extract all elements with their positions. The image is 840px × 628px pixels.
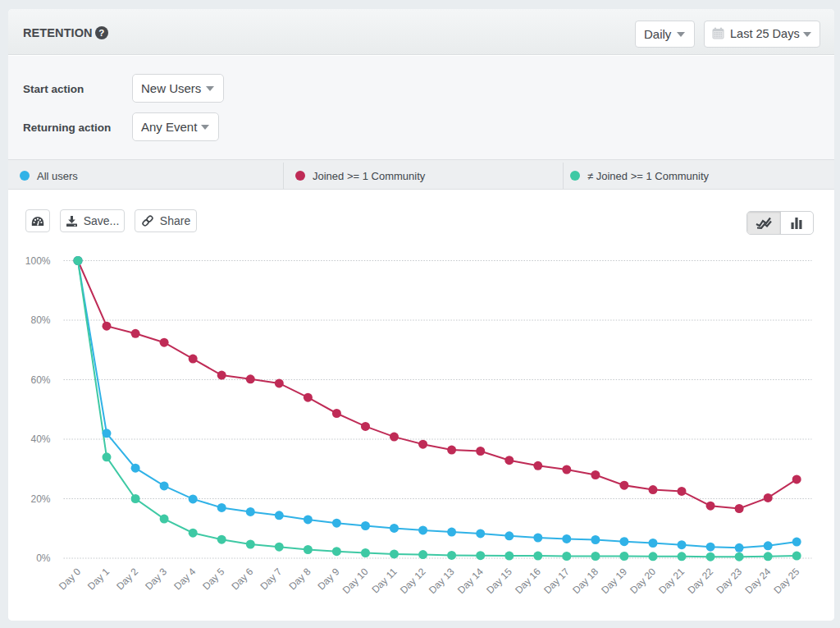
svg-text:Day 25: Day 25: [772, 566, 802, 596]
svg-text:60%: 60%: [30, 374, 50, 386]
svg-text:Day 1: Day 1: [85, 566, 112, 592]
svg-text:Day 7: Day 7: [258, 566, 284, 592]
svg-text:Day 12: Day 12: [398, 566, 428, 596]
svg-text:80%: 80%: [30, 314, 50, 326]
svg-text:Day 2: Day 2: [114, 566, 140, 592]
svg-text:Day 18: Day 18: [570, 566, 600, 596]
svg-text:100%: 100%: [25, 255, 51, 267]
svg-text:20%: 20%: [30, 493, 50, 505]
svg-text:Day 21: Day 21: [656, 566, 687, 596]
svg-text:Day 8: Day 8: [286, 566, 313, 592]
svg-text:Day 22: Day 22: [685, 566, 715, 596]
svg-text:Day 13: Day 13: [427, 566, 457, 596]
svg-text:Day 24: Day 24: [743, 566, 774, 596]
svg-text:Day 11: Day 11: [369, 566, 399, 595]
svg-text:Day 4: Day 4: [171, 566, 198, 592]
svg-text:Day 5: Day 5: [200, 566, 226, 592]
svg-text:Day 9: Day 9: [315, 566, 341, 592]
svg-text:Day 6: Day 6: [229, 566, 255, 592]
svg-text:Day 14: Day 14: [455, 566, 486, 596]
svg-text:Day 20: Day 20: [628, 566, 658, 596]
svg-text:Day 23: Day 23: [714, 566, 744, 596]
svg-text:Day 15: Day 15: [484, 566, 514, 596]
svg-text:Day 16: Day 16: [513, 566, 543, 596]
svg-text:0%: 0%: [36, 552, 51, 564]
svg-text:Day 10: Day 10: [340, 566, 371, 596]
svg-text:Day 17: Day 17: [541, 566, 572, 596]
svg-text:Day 0: Day 0: [57, 566, 83, 592]
svg-text:40%: 40%: [30, 433, 50, 445]
svg-text:Day 19: Day 19: [599, 566, 629, 596]
svg-text:Day 3: Day 3: [143, 566, 169, 592]
